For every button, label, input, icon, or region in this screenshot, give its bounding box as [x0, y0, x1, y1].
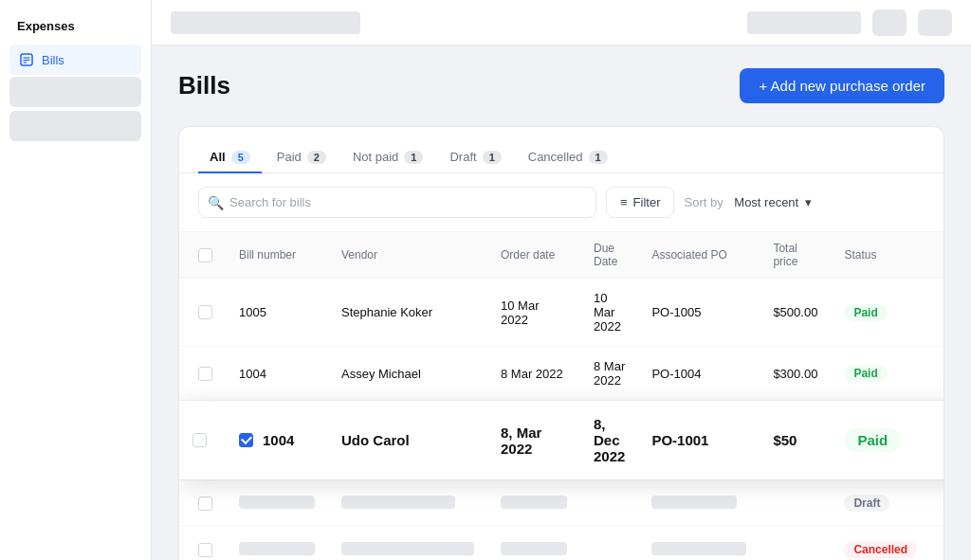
- table-row: 1005 Stephanie Koker 10 Mar 2022 10 Mar …: [179, 279, 944, 347]
- filter-icon: ≡: [620, 195, 628, 209]
- bills-icon: [19, 52, 34, 67]
- cell-order-date: 8 Mar 2022: [487, 347, 580, 401]
- cell-order-date: 10 Mar 2022: [487, 279, 580, 347]
- page-content: Bills + Add new purchase order All 5 Pai…: [152, 45, 971, 560]
- cell-po: PO-1004: [638, 347, 760, 401]
- row-checkbox[interactable]: [198, 367, 212, 381]
- tab-not-paid[interactable]: Not paid 1: [341, 142, 435, 173]
- col-po: Associated PO: [638, 232, 760, 279]
- cell-bill-number: 1005: [226, 279, 328, 347]
- sidebar-item-label: Bills: [42, 53, 64, 67]
- cell-vendor: Udo Carol: [328, 401, 487, 480]
- col-total: Total price: [760, 232, 831, 279]
- table-row: 1004 Assey Michael 8 Mar 2022 8 Mar 2022…: [179, 347, 944, 401]
- tab-bar: All 5 Paid 2 Not paid 1 Draft 1 Cancelle…: [179, 127, 944, 173]
- tab-all[interactable]: All 5: [198, 142, 262, 173]
- sort-button[interactable]: Sort by Most recent ▾: [684, 195, 812, 209]
- cell-due-date: 8, Dec 2022: [580, 401, 638, 480]
- col-bill-number: Bill number: [226, 232, 328, 279]
- topbar: [152, 0, 971, 45]
- chevron-down-icon: ▾: [805, 195, 812, 209]
- row-checkbox[interactable]: [198, 543, 212, 557]
- header-checkbox[interactable]: [198, 248, 212, 262]
- table-row-highlighted: 1004 Udo Carol 8, Mar 2022 8, Dec 2022 P…: [179, 401, 944, 480]
- cell-order-date: 8, Mar 2022: [487, 401, 580, 480]
- tab-draft[interactable]: Draft 1: [438, 142, 512, 173]
- row-checkbox-checked[interactable]: [239, 433, 253, 447]
- cell-vendor: Assey Michael: [328, 347, 487, 401]
- search-box: 🔍: [198, 187, 596, 218]
- row-checkbox[interactable]: [198, 305, 212, 319]
- sidebar-placeholder-1: [9, 77, 141, 107]
- page-header: Bills + Add new purchase order: [178, 68, 944, 103]
- sidebar-title: Expenses: [9, 15, 141, 37]
- sidebar-item-bills[interactable]: Bills: [9, 45, 141, 75]
- col-status: Status: [831, 232, 930, 279]
- cell-vendor: Stephanie Koker: [328, 279, 487, 347]
- col-due-date: Due Date: [580, 232, 638, 279]
- tab-paid[interactable]: Paid 2: [266, 142, 338, 173]
- col-actions: [930, 232, 944, 279]
- col-checkbox: [179, 232, 226, 279]
- cell-po: PO-1005: [638, 279, 760, 347]
- cell-po: PO-1001: [638, 401, 760, 480]
- table-header-row: Bill number Vendor Order date Due Date A…: [179, 232, 944, 279]
- row-checkbox[interactable]: [192, 433, 207, 447]
- cell-status: Cancelled: [831, 527, 930, 561]
- cell-total: $500.00: [760, 279, 831, 347]
- search-icon: 🔍: [208, 195, 224, 210]
- topbar-placeholder-wide: [171, 11, 360, 34]
- cell-total: $300.00: [760, 347, 831, 401]
- cell-status: Paid: [831, 347, 930, 401]
- bills-card: All 5 Paid 2 Not paid 1 Draft 1 Cancelle…: [178, 126, 944, 560]
- sidebar-placeholder-2: [9, 111, 141, 141]
- cell-bill-number: 1004: [226, 347, 328, 401]
- col-vendor: Vendor: [328, 232, 487, 279]
- table-row: Draft ⋮: [179, 480, 944, 527]
- tab-cancelled[interactable]: Cancelled 1: [517, 142, 619, 173]
- main-content: Bills + Add new purchase order All 5 Pai…: [152, 0, 971, 560]
- sidebar: Expenses Bills: [0, 0, 152, 560]
- topbar-placeholder-sm-1: [872, 9, 907, 36]
- cell-total: $50: [760, 401, 831, 480]
- row-checkbox[interactable]: [198, 497, 212, 511]
- table-row: Cancelled ⋮: [179, 527, 944, 561]
- filter-button[interactable]: ≡ Filter: [606, 187, 674, 218]
- bills-table: Bill number Vendor Order date Due Date A…: [179, 231, 944, 560]
- add-purchase-order-button[interactable]: + Add new purchase order: [740, 68, 944, 103]
- cell-status: Paid: [831, 401, 930, 480]
- cell-due-date: 8 Mar 2022: [580, 347, 638, 401]
- cell-due-date: 10 Mar 2022: [580, 279, 638, 347]
- cell-status: Paid: [831, 279, 930, 347]
- topbar-placeholder-med: [747, 11, 861, 34]
- col-order-date: Order date: [487, 232, 580, 279]
- table-toolbar: 🔍 ≡ Filter Sort by Most recent ▾: [179, 173, 944, 231]
- topbar-placeholder-sm-2: [918, 9, 952, 36]
- search-input[interactable]: [198, 187, 596, 218]
- cell-status: Draft: [831, 480, 930, 527]
- page-title: Bills: [178, 71, 230, 100]
